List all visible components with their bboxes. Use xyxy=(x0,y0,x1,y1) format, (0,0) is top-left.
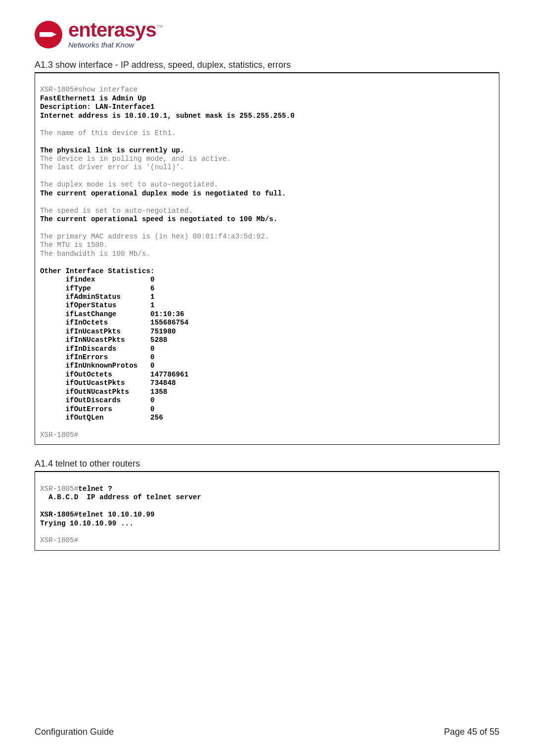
cli-line: XSR-1805#show interface xyxy=(40,86,137,94)
logo: enterasys™ Networks that Know xyxy=(35,20,499,49)
cli-line: ifAdminStatus 1 xyxy=(40,293,155,301)
cli-line: telnet ? xyxy=(78,485,112,493)
logo-tagline: Networks that Know xyxy=(68,41,163,49)
cli-line: The bandwidth is 100 Mb/s. xyxy=(40,250,150,258)
cli-line: The duplex mode is set to auto-negotiate… xyxy=(40,181,218,189)
cli-line: ifOutErrors 0 xyxy=(40,405,155,413)
cli-line: The MTU is 1500. xyxy=(40,241,108,249)
cli-line: Other Interface Statistics: xyxy=(40,267,155,275)
tm-symbol: ™ xyxy=(156,23,163,31)
logo-name: enterasys™ xyxy=(68,20,163,40)
cli-output-box: XSR-1805#telnet ? A.B.C.D IP address of … xyxy=(35,472,499,551)
cli-line: Description: LAN-Interface1 xyxy=(40,103,155,111)
cli-line: ifInUnknownProtos 0 xyxy=(40,362,155,370)
cli-line: ifInUcastPkts 751980 xyxy=(40,328,176,335)
section-heading: A1.4 telnet to other routers xyxy=(35,459,499,469)
cli-line: XSR-1805# xyxy=(40,536,78,544)
cli-line: ifInNUcastPkts 5288 xyxy=(40,336,167,344)
section-telnet: A1.4 telnet to other routers XSR-1805#te… xyxy=(35,459,499,551)
cli-line: The last driver error is '(null)'. xyxy=(40,163,184,171)
cli-line: ifOutDiscards 0 xyxy=(40,396,155,404)
logo-name-text: enterasys xyxy=(68,19,156,41)
cli-prompt: XSR-1805# xyxy=(40,485,78,493)
cli-line: ifInOctets 155686754 xyxy=(40,319,188,327)
cli-output-box: XSR-1805#show interface FastEthernet1 is… xyxy=(35,73,499,445)
cli-line: ifOutOctets 147786961 xyxy=(40,371,188,378)
cli-line: ifOutNUcastPkts 1358 xyxy=(40,388,167,396)
cli-line: ifOutUcastPkts 734848 xyxy=(40,379,176,387)
cli-line: XSR-1805# xyxy=(40,431,78,439)
cli-line: ifLastChange 01:10:36 xyxy=(40,310,184,318)
cli-line: Trying 10.10.10.99 ... xyxy=(40,520,134,527)
logo-icon xyxy=(35,21,62,48)
cli-line: ifType 6 xyxy=(40,284,155,292)
cli-line: The current operational duplex mode is n… xyxy=(40,189,286,197)
section-heading: A1.3 show interface - IP address, speed,… xyxy=(35,60,499,70)
cli-line: The speed is set to auto-negotiated. xyxy=(40,207,193,215)
cli-line: The device is in polling mode, and is ac… xyxy=(40,155,231,163)
cli-line: ifInDiscards 0 xyxy=(40,345,155,353)
cli-line: ifOperStatus 1 xyxy=(40,301,155,309)
footer-left: Configuration Guide xyxy=(35,727,114,737)
logo-text: enterasys™ Networks that Know xyxy=(68,20,163,49)
cli-line: The current operational speed is negotia… xyxy=(40,215,277,223)
cli-line: ifInErrors 0 xyxy=(40,353,155,361)
cli-line: The primary MAC address is (in hex) 00:0… xyxy=(40,233,269,240)
cli-line: A.B.C.D IP address of telnet server xyxy=(40,493,201,501)
page-footer: Configuration Guide Page 45 of 55 xyxy=(35,727,499,737)
cli-line: ifindex 0 xyxy=(40,276,155,284)
cli-line: Internet address is 10.10.10.1, subnet m… xyxy=(40,112,295,120)
cli-line: FastEthernet1 is Admin Up xyxy=(40,94,146,102)
cli-line: The physical link is currently up. xyxy=(40,146,184,154)
cli-line: The name of this device is Eth1. xyxy=(40,129,176,137)
cli-line: ifOutQLen 256 xyxy=(40,414,163,422)
cli-line: XSR-1805#telnet 10.10.10.99 xyxy=(40,511,155,519)
footer-right: Page 45 of 55 xyxy=(444,727,499,737)
section-show-interface: A1.3 show interface - IP address, speed,… xyxy=(35,60,499,445)
